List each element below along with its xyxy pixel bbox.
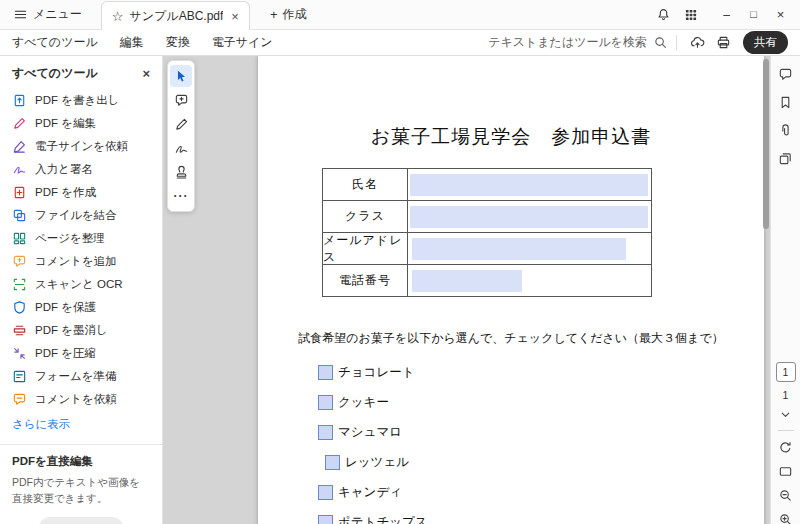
printer-button[interactable] (711, 31, 735, 55)
stamp-tool[interactable] (170, 161, 192, 183)
combine-files-icon (12, 208, 27, 223)
maximize-icon: □ (750, 9, 757, 20)
add-comment-tool[interactable] (170, 89, 192, 111)
sidebar-tool-10[interactable]: PDF を墨消し (0, 319, 162, 342)
rotate-button[interactable] (775, 436, 797, 458)
checkbox-label: クッキー (338, 394, 389, 411)
edit-promo-section: PDFを直接編集 PDF内でテキストや画像を直接変更できます。 PDFを編集 (0, 445, 162, 524)
sidebar-tool-label: スキャンと OCR (35, 277, 123, 292)
toolbar-tab-2[interactable]: 変換 (166, 34, 190, 51)
zoom-out-button[interactable] (775, 484, 797, 506)
toolbar-tab-1[interactable]: 編集 (120, 34, 144, 51)
document-tab[interactable]: ☆ サンプルABC.pdf × (101, 1, 250, 31)
scrollbar-thumb[interactable] (763, 59, 769, 229)
checkbox-label: キャンディ (338, 484, 402, 501)
checkbox[interactable] (318, 515, 333, 524)
document-title: お菓子工場見学会 参加申込書 (258, 124, 764, 150)
apps-grid-button[interactable] (679, 3, 703, 27)
panel-close-icon[interactable]: × (142, 67, 150, 80)
sidebar-tool-5[interactable]: ファイルを結合 (0, 204, 162, 227)
form-row: クラス (323, 201, 651, 233)
minimize-button[interactable]: – (713, 1, 740, 28)
checkbox-label: チョコレート (338, 364, 414, 381)
search-field[interactable]: テキストまたはツールを検索 (488, 34, 668, 51)
maximize-button[interactable]: □ (740, 1, 767, 28)
attachments-icon (778, 123, 793, 138)
sidebar-tool-label: PDF を保護 (35, 300, 96, 315)
sidebar-tool-7[interactable]: コメントを追加 (0, 250, 162, 273)
sidebar-tool-2[interactable]: 電子サインを依頼 (0, 135, 162, 158)
sidebar-tool-6[interactable]: ページを整理 (0, 227, 162, 250)
hamburger-icon (13, 7, 28, 22)
more-tool[interactable]: ··· (170, 185, 192, 207)
search-icon (653, 35, 668, 50)
toolbar-tab-3[interactable]: 電子サイン (212, 34, 273, 51)
fit-width-icon (778, 464, 793, 479)
checkbox-label: マシュマロ (338, 424, 402, 441)
checkbox[interactable] (318, 485, 333, 500)
form-text-field[interactable] (410, 174, 648, 196)
prepare-form-icon (12, 369, 27, 384)
sidebar-tool-8[interactable]: スキャンと OCR (0, 273, 162, 296)
fit-width-button[interactable] (775, 460, 797, 482)
add-comment-icon (174, 93, 189, 108)
cloud-upload-icon (690, 35, 705, 50)
vertical-scrollbar[interactable] (762, 57, 769, 523)
comments-panel-button[interactable] (772, 60, 800, 88)
create-pdf-icon (12, 185, 27, 200)
sidebar-tool-0[interactable]: PDF を書き出し (0, 89, 162, 112)
form-text-field[interactable] (412, 270, 522, 292)
sidebar-tool-1[interactable]: PDF を編集 (0, 112, 162, 135)
checkbox[interactable] (318, 365, 333, 380)
bell-button[interactable] (651, 3, 675, 27)
toolbar-divider (676, 35, 677, 50)
sidebar-tool-label: コメントを追加 (35, 254, 117, 269)
tab-close-icon[interactable]: × (231, 10, 239, 23)
sidebar-tool-label: 電子サインを依頼 (35, 139, 128, 154)
checkbox-item: マシュマロ (318, 424, 428, 441)
sidebar-tool-9[interactable]: PDF を保護 (0, 296, 162, 319)
create-tab-button[interactable]: + 作成 (262, 3, 315, 26)
form-row-value (408, 169, 651, 200)
chevron-down-button[interactable] (775, 403, 797, 425)
close-icon: × (777, 8, 785, 21)
sidebar-tool-11[interactable]: PDF を圧縮 (0, 342, 162, 365)
chevron-down-icon (778, 407, 793, 422)
cloud-upload-button[interactable] (685, 31, 709, 55)
checkbox[interactable] (318, 395, 333, 410)
sidebar-tool-label: PDF を作成 (35, 185, 96, 200)
sidebar-tool-12[interactable]: フォームを準備 (0, 365, 162, 388)
form-row-label: メールアドレス (323, 233, 408, 264)
sign-tool[interactable] (170, 137, 192, 159)
checkbox-list: チョコレート クッキー マシュマロ レッツェル キャンディ ポテトチップス (318, 364, 428, 524)
form-text-field[interactable] (412, 238, 626, 260)
favorite-star-icon[interactable]: ☆ (112, 10, 124, 23)
checkbox[interactable] (318, 425, 333, 440)
draw-tool[interactable] (170, 113, 192, 135)
toolbar-tab-0[interactable]: すべてのツール (12, 34, 98, 51)
checkbox[interactable] (325, 455, 340, 470)
layers-panel-button[interactable] (772, 144, 800, 172)
sidebar-tool-label: ファイルを結合 (35, 208, 117, 223)
show-more-link[interactable]: さらに表示 (0, 411, 162, 436)
titlebar-right: –□× (651, 1, 794, 28)
form-row-label: 電話番号 (323, 265, 408, 296)
share-button[interactable]: 共有 (743, 31, 788, 54)
select-tool[interactable] (170, 65, 192, 87)
attachments-panel-button[interactable] (772, 116, 800, 144)
close-button[interactable]: × (767, 1, 794, 28)
edit-pdf-button[interactable]: PDFを編集 (38, 517, 123, 524)
sidebar-tool-3[interactable]: 入力と署名 (0, 158, 162, 181)
toolbar-actions (685, 31, 735, 55)
request-esign-icon (12, 139, 27, 154)
zoom-in-button[interactable] (775, 508, 797, 524)
sidebar-tool-13[interactable]: コメントを依頼 (0, 388, 162, 411)
comments-icon (778, 67, 793, 82)
bookmarks-panel-button[interactable] (772, 88, 800, 116)
menu-button[interactable]: メニュー (6, 3, 89, 26)
page-number-input[interactable]: 1 (776, 362, 796, 382)
form-text-field[interactable] (410, 206, 648, 228)
create-tab-label: 作成 (283, 6, 307, 23)
sidebar-tool-label: ページを整理 (35, 231, 105, 246)
sidebar-tool-4[interactable]: PDF を作成 (0, 181, 162, 204)
